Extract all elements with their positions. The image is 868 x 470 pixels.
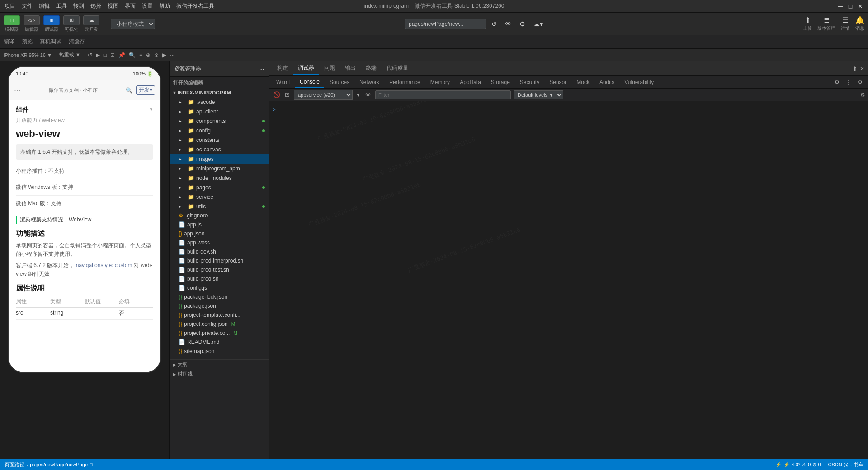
stop-icon[interactable]: □ [104, 52, 107, 58]
folder-service[interactable]: ▸ 📁 service [170, 192, 269, 202]
preview-btn[interactable]: 预览 [22, 38, 33, 46]
console-level-select[interactable]: Default levels ▼ [514, 90, 563, 99]
subtab-network[interactable]: Network [355, 77, 384, 87]
devtools-expand-icon[interactable]: ⬆ [853, 66, 857, 72]
file-buildprodtest[interactable]: 📄 build-prod-test.sh [170, 265, 269, 274]
subtab-wxml[interactable]: Wxml [272, 77, 294, 87]
file-sitemap[interactable]: {} sitemap.json [170, 347, 269, 356]
tab-terminal[interactable]: 终端 [361, 62, 381, 75]
search-icon[interactable]: 🔍 [129, 52, 136, 58]
tab-debugger[interactable]: 调试器 [293, 62, 319, 75]
subtab-vuln[interactable]: Vulnerability [620, 77, 658, 87]
file-buildprodinner[interactable]: 📄 build-prod-innerprod.sh [170, 256, 269, 265]
appservice-dropdown-icon[interactable]: ▾ [355, 90, 361, 99]
project-root[interactable]: ▾ INDEX-MINIPROGRAM [170, 88, 269, 97]
msg-icon[interactable]: 🔔 [855, 16, 864, 24]
subtab-appdata[interactable]: AppData [455, 77, 486, 87]
refresh-button[interactable]: ↺ [489, 19, 500, 28]
file-builddev[interactable]: 📄 build-dev.sh [170, 247, 269, 256]
menu-view[interactable]: 视图 [108, 2, 118, 10]
menu-edit[interactable]: 编辑 [39, 2, 50, 10]
tab-code-quality[interactable]: 代码质量 [382, 62, 413, 75]
devtools-settings-icon[interactable]: ⚙ [832, 78, 842, 86]
detail-icon[interactable]: ☰ [842, 16, 849, 24]
console-filter-input[interactable] [375, 90, 511, 99]
subtab-storage[interactable]: Storage [486, 77, 514, 87]
subtab-audits[interactable]: Audits [595, 77, 619, 87]
file-appwxss[interactable]: 📄 app.wxss [170, 238, 269, 247]
maximize-button[interactable]: □ [847, 3, 854, 9]
clear-btn[interactable]: 清缓存 [69, 38, 85, 46]
x-icon[interactable]: ⊗ [154, 52, 159, 58]
eye-toggle-icon[interactable]: 👁 [364, 90, 373, 99]
subtab-sources[interactable]: Sources [325, 77, 354, 87]
more-device-icon[interactable]: ··· [170, 52, 175, 58]
collapse-icon[interactable]: ∨ [149, 106, 153, 114]
window-controls[interactable]: ─ □ ✕ [837, 3, 863, 9]
subtab-console[interactable]: Console [295, 77, 324, 88]
device-selector[interactable]: iPhone XR 95% 16 ▼ [4, 52, 52, 58]
editor-button[interactable]: </> [24, 15, 40, 25]
file-projtemplate[interactable]: {} project-template.confi... [170, 310, 269, 320]
file-tree-more[interactable]: ··· [259, 66, 264, 72]
outline-section[interactable]: ▸ 大纲 [170, 360, 269, 369]
settings-button[interactable]: ⚙ [517, 19, 528, 28]
folder-utils[interactable]: ▸ 📁 utils [170, 202, 269, 211]
file-buildprod[interactable]: 📄 build-prod.sh [170, 274, 269, 283]
menu-settings[interactable]: 设置 [142, 2, 153, 10]
add-icon[interactable]: ⊕ [146, 52, 151, 58]
subtab-memory[interactable]: Memory [426, 77, 454, 87]
hot-reload[interactable]: 热重载 ▼ [59, 52, 80, 58]
subtab-sensor[interactable]: Sensor [545, 77, 571, 87]
cloud-button[interactable]: ☁ [83, 15, 99, 25]
nav-back[interactable]: ··· [14, 85, 21, 95]
eye-button[interactable]: 👁 [502, 19, 514, 28]
appservice-selector[interactable]: appservice (#20) [294, 90, 353, 100]
file-projconfig[interactable]: {} project.config.json M [170, 320, 269, 329]
folder-config[interactable]: ▸ 📁 config [170, 126, 269, 135]
devtools-gear-icon[interactable]: ⚙ [855, 78, 865, 86]
rotate-icon[interactable]: ↺ [88, 52, 92, 58]
file-pkglock[interactable]: {} package-lock.json [170, 292, 269, 301]
file-configjs[interactable]: 📄 config.js [170, 283, 269, 292]
version-icon[interactable]: ≣ [824, 16, 830, 24]
simulator-button[interactable]: □ [4, 15, 20, 25]
file-projprivate[interactable]: {} project.private.co... M [170, 329, 269, 338]
menu-interface[interactable]: 界面 [125, 2, 136, 10]
close-button[interactable]: ✕ [857, 3, 863, 9]
upload-icon[interactable]: ⬆ [805, 16, 811, 24]
folder-vscode[interactable]: ▸ 📁 .vscode [170, 97, 269, 107]
tab-output[interactable]: 输出 [340, 62, 360, 75]
folder-pages[interactable]: ▸ 📁 pages [170, 183, 269, 192]
timeline-section[interactable]: ▸ 时间线 [170, 369, 269, 379]
run-icon[interactable]: ▶ [162, 52, 166, 58]
devtools-more-icon[interactable]: ⋮ [843, 78, 854, 86]
nav-link[interactable]: navigationstyle: custom [76, 262, 132, 268]
play-icon[interactable]: ▶ [96, 52, 100, 58]
menu-file[interactable]: 文件 [22, 2, 33, 10]
console-settings-icon[interactable]: ⚙ [860, 92, 865, 98]
compile-btn[interactable]: 编译 [4, 38, 14, 46]
device-icon[interactable]: ⊡ [110, 52, 115, 58]
menu-icon[interactable]: ≡ [139, 52, 142, 58]
folder-ec-canvas[interactable]: ▸ 📁 ec-canvas [170, 145, 269, 154]
file-readme[interactable]: 📄 README.md [170, 338, 269, 347]
folder-api[interactable]: ▸ 📁 api-client [170, 107, 269, 116]
subtab-security[interactable]: Security [515, 77, 544, 87]
folder-node-modules[interactable]: ▸ 📁 node_modules [170, 173, 269, 183]
nav-search-icon[interactable]: 🔍 [126, 87, 132, 94]
visual-button[interactable]: ⊞ [63, 15, 80, 25]
console-clear-icon[interactable]: 🚫 [272, 90, 282, 99]
real-test-btn[interactable]: 真机调试 [40, 38, 61, 46]
path-input[interactable] [405, 19, 486, 29]
folder-components[interactable]: ▸ 📁 components [170, 116, 269, 126]
menu-wechat-tools[interactable]: 微信开发者工具 [176, 2, 214, 10]
file-appjs[interactable]: 📄 app.js [170, 220, 269, 229]
folder-images[interactable]: ▸ 📁 images [170, 154, 269, 164]
cloud2-button[interactable]: ☁▾ [531, 19, 546, 28]
devtools-close-icon[interactable]: ✕ [860, 66, 864, 72]
file-pkg[interactable]: {} package.json [170, 301, 269, 310]
console-filter-icon[interactable]: ⊡ [283, 90, 291, 99]
mode-selector[interactable]: 小程序模式 [111, 19, 155, 29]
pin-icon[interactable]: 📌 [118, 52, 125, 58]
